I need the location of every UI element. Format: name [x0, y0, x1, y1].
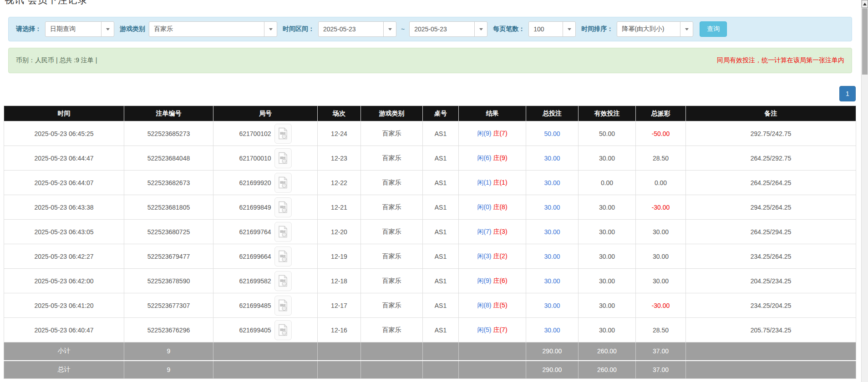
- video-record-icon: [278, 152, 288, 164]
- scroll-up-arrow-icon[interactable]: [862, 0, 868, 8]
- table-row: 2025-05-23 06:42:27522523679477621699664…: [4, 244, 856, 269]
- remark-cell: 205.75/234.25: [686, 318, 856, 342]
- payout-cell: 30.00: [636, 220, 686, 244]
- total-bet-link[interactable]: 30.00: [526, 220, 579, 244]
- table-number-cell: AS1: [423, 146, 459, 171]
- video-playback-button[interactable]: [274, 271, 292, 291]
- query-type-select[interactable]: 日期查询: [45, 21, 114, 37]
- date-from-select[interactable]: 2025-05-23: [318, 21, 396, 37]
- valid-bet-cell: 0.00: [579, 171, 636, 195]
- round-cell: 621699920: [213, 171, 318, 195]
- round-number: 621699920: [239, 179, 271, 186]
- remark-cell: 204.25/234.25: [686, 269, 856, 293]
- table-number-cell: AS1: [423, 269, 459, 293]
- total-bet-link[interactable]: 30.00: [526, 146, 579, 171]
- time-cell: 2025-05-23 06:43:05: [4, 220, 124, 244]
- video-playback-button[interactable]: [274, 296, 292, 316]
- game-type-cell: 百家乐: [361, 318, 423, 342]
- sum-empty-cell: [459, 361, 526, 379]
- valid-bet-cell: 30.00: [579, 195, 636, 220]
- subtotal-row: 小计9290.00260.0037.00: [4, 342, 856, 361]
- query-button[interactable]: 查询: [700, 21, 727, 37]
- total-bet-link[interactable]: 30.00: [526, 244, 579, 269]
- payout-cell: 30.00: [636, 269, 686, 293]
- round-cell: 621699664: [213, 244, 318, 269]
- video-playback-button[interactable]: [274, 246, 292, 266]
- video-record-icon: [278, 324, 288, 336]
- chevron-down-icon: [101, 22, 114, 36]
- bet-id-cell: 522523685273: [124, 121, 213, 146]
- table-number-cell: AS1: [423, 195, 459, 220]
- total-bet-link[interactable]: 30.00: [526, 269, 579, 293]
- video-playback-button[interactable]: [274, 222, 292, 242]
- filter-bar: 请选择： 日期查询 游戏类别 百家乐 时间区间： 2025-05-23 ~ 20…: [8, 17, 852, 41]
- table-number-cell: AS1: [423, 244, 459, 269]
- round-number: 621700102: [239, 130, 271, 137]
- remark-cell: 264.25/294.25: [686, 220, 856, 244]
- total-bet-link[interactable]: 30.00: [526, 293, 579, 318]
- banker-result: 庄(5): [493, 302, 507, 309]
- bet-id-cell: 522523680725: [124, 220, 213, 244]
- game-type-cell: 百家乐: [361, 244, 423, 269]
- result-cell: 闲(6) 庄(9): [459, 146, 526, 171]
- remark-cell: 234.25/264.25: [686, 244, 856, 269]
- video-playback-button[interactable]: [274, 148, 292, 168]
- sum-valid-bet-cell: 260.00: [579, 361, 636, 379]
- summary-bar: 币别：人民币 | 总共 :9 注单 | 同局有效投注，统一计算在该局第一张注单内: [8, 48, 852, 73]
- table-number-cell: AS1: [423, 220, 459, 244]
- player-result: 闲(3): [477, 252, 491, 260]
- total-bet-link[interactable]: 30.00: [526, 318, 579, 342]
- payout-cell: 28.50: [636, 318, 686, 342]
- banker-result: 庄(6): [493, 277, 507, 284]
- pagination-page-1[interactable]: 1: [839, 86, 856, 101]
- scrollbar-thumb[interactable]: [862, 8, 868, 75]
- video-playback-button[interactable]: [274, 197, 292, 217]
- video-playback-button[interactable]: [274, 173, 292, 193]
- choose-label: 请选择：: [16, 25, 41, 33]
- sum-empty-cell: [213, 361, 318, 379]
- player-result: 闲(9): [477, 277, 491, 284]
- total-bet-link[interactable]: 30.00: [526, 171, 579, 195]
- player-result: 闲(5): [477, 326, 491, 333]
- total-bet-link[interactable]: 30.00: [526, 195, 579, 220]
- time-sort-select[interactable]: 降幂(由大到小): [617, 21, 693, 37]
- round-number: 621700010: [239, 155, 271, 162]
- banker-result: 庄(2): [493, 252, 507, 260]
- round-cell: 621699582: [213, 269, 318, 293]
- result-cell: 闲(3) 庄(2): [459, 244, 526, 269]
- video-record-icon: [278, 127, 288, 140]
- sum-label-cell: 总计: [4, 361, 124, 379]
- round-number: 621699764: [239, 228, 271, 236]
- sort-label: 时间排序：: [581, 25, 613, 33]
- game-type-select[interactable]: 百家乐: [149, 21, 277, 37]
- result-cell: 闲(0) 庄(8): [459, 195, 526, 220]
- payout-cell: -30.00: [636, 195, 686, 220]
- time-cell: 2025-05-23 06:44:47: [4, 146, 124, 171]
- vertical-scrollbar[interactable]: [861, 0, 868, 382]
- total-bet-link[interactable]: 50.00: [526, 121, 579, 146]
- game-type-label: 游戏类别: [120, 25, 145, 33]
- game-type-cell: 百家乐: [361, 121, 423, 146]
- column-header: 桌号: [423, 106, 459, 121]
- chevron-down-icon: [264, 22, 277, 36]
- video-playback-button[interactable]: [274, 124, 292, 144]
- remark-cell: 264.25/264.25: [686, 171, 856, 195]
- column-header: 局号: [213, 106, 318, 121]
- bet-id-cell: 522523681805: [124, 195, 213, 220]
- video-playback-button[interactable]: [274, 320, 292, 340]
- player-result: 闲(9): [477, 130, 491, 137]
- round-number: 621699582: [239, 277, 271, 285]
- table-header-row: 时间注单编号局号场次游戏类别桌号结果总投注有效投注总派彩备注: [4, 106, 856, 121]
- time-range-label: 时间区间：: [283, 25, 315, 33]
- time-sort-value: 降幂(由大到小): [617, 22, 680, 36]
- per-page-label: 每页笔数：: [493, 25, 525, 33]
- bet-records-table: 时间注单编号局号场次游戏类别桌号结果总投注有效投注总派彩备注 2025-05-2…: [4, 106, 856, 379]
- column-header: 备注: [686, 106, 856, 121]
- round-cell: 621699849: [213, 195, 318, 220]
- date-to-select[interactable]: 2025-05-23: [409, 21, 487, 37]
- table-row: 2025-05-23 06:40:47522523676296621699405…: [4, 318, 856, 342]
- result-cell: 闲(8) 庄(5): [459, 293, 526, 318]
- chevron-down-icon: [680, 22, 693, 36]
- time-cell: 2025-05-23 06:41:20: [4, 293, 124, 318]
- per-page-select[interactable]: 100: [528, 21, 576, 37]
